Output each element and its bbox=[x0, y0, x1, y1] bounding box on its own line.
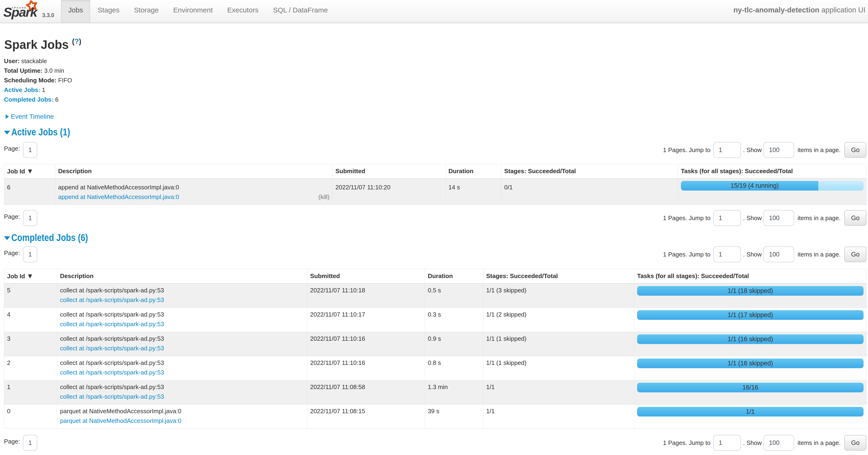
svg-text:Spark: Spark bbox=[3, 5, 38, 20]
